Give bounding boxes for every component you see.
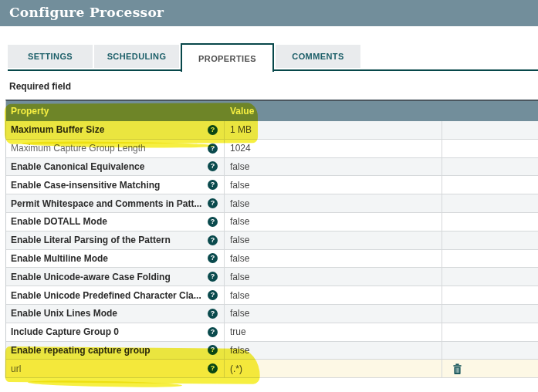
property-value: true	[230, 326, 246, 337]
property-cell: Enable Unicode Predefined Character Cla.…	[6, 286, 225, 304]
table-row[interactable]: Enable Case-insensitive Matching?false	[6, 176, 538, 194]
property-value: false	[230, 345, 249, 356]
property-cell: Maximum Buffer Size?	[6, 121, 225, 139]
property-cell: Enable Unix Lines Mode?	[6, 305, 225, 323]
property-name: Enable DOTALL Mode	[11, 216, 107, 227]
property-cell: Enable DOTALL Mode?	[6, 213, 225, 231]
actions-cell	[442, 323, 538, 341]
actions-cell	[442, 305, 538, 323]
value-cell[interactable]: false	[225, 158, 442, 176]
property-cell: Enable Unicode-aware Case Folding?	[6, 268, 225, 286]
table-row[interactable]: Maximum Buffer Size?1 MB	[6, 121, 538, 140]
table-row[interactable]: Maximum Capture Group Length?1024	[6, 140, 538, 158]
property-name: url	[11, 363, 21, 374]
value-cell[interactable]: 1024	[225, 140, 442, 157]
value-cell[interactable]: false	[225, 268, 442, 286]
help-icon[interactable]: ?	[208, 217, 218, 227]
property-name: Enable Unicode-aware Case Folding	[11, 272, 171, 282]
table-row[interactable]: Permit Whitespace and Comments in Patt..…	[6, 194, 538, 213]
property-name: Enable Multiline Mode	[11, 253, 108, 264]
value-cell[interactable]: false	[225, 213, 442, 231]
value-cell[interactable]: false	[225, 250, 442, 268]
help-icon[interactable]: ?	[208, 144, 218, 154]
table-row[interactable]: Enable Unicode Predefined Character Cla.…	[6, 286, 538, 305]
property-name: Include Capture Group 0	[11, 326, 119, 337]
actions-cell	[442, 121, 538, 139]
help-icon[interactable]: ?	[208, 363, 218, 373]
property-cell: url?	[6, 360, 225, 377]
actions-cell	[442, 250, 538, 268]
property-name: Enable Unix Lines Mode	[11, 308, 117, 319]
property-value: false	[230, 290, 249, 301]
property-name: Enable Canonical Equivalence	[11, 161, 144, 172]
property-value: 1 MB	[230, 124, 252, 135]
table-row[interactable]: Enable repeating capture group?false	[6, 342, 538, 360]
help-icon[interactable]: ?	[208, 309, 218, 319]
table-row[interactable]: Enable Literal Parsing of the Pattern?fa…	[6, 231, 538, 250]
help-icon[interactable]: ?	[208, 198, 218, 208]
dialog-titlebar: Configure Processor	[0, 0, 538, 26]
help-icon[interactable]: ?	[208, 345, 218, 355]
property-value: false	[230, 180, 249, 191]
property-value: false	[230, 216, 249, 227]
help-icon[interactable]: ?	[208, 235, 218, 245]
value-cell[interactable]: false	[225, 286, 442, 304]
property-value: false	[230, 198, 249, 209]
tab-settings[interactable]: SETTINGS	[8, 45, 93, 68]
delete-property-button[interactable]	[452, 363, 462, 374]
tab-comments[interactable]: COMMENTS	[276, 45, 360, 68]
actions-cell	[442, 140, 538, 157]
actions-cell	[442, 268, 538, 286]
properties-table: Property Value Maximum Buffer Size?1 MBM…	[5, 100, 538, 378]
property-value: false	[230, 272, 249, 282]
page-title: Configure Processor	[0, 0, 538, 20]
property-cell: Maximum Capture Group Length?	[6, 140, 225, 157]
table-row[interactable]: url?(.*)	[6, 360, 538, 378]
required-field-note: Required field	[9, 81, 71, 92]
value-cell[interactable]: false	[225, 305, 442, 323]
property-cell: Enable Literal Parsing of the Pattern?	[6, 231, 225, 249]
table-row[interactable]: Enable DOTALL Mode?false	[6, 213, 538, 231]
tab-scheduling[interactable]: SCHEDULING	[94, 45, 179, 68]
table-row[interactable]: Include Capture Group 0?true	[6, 323, 538, 342]
property-name: Enable Literal Parsing of the Pattern	[11, 235, 171, 245]
help-icon[interactable]: ?	[208, 327, 218, 337]
table-row[interactable]: Enable Unicode-aware Case Folding?false	[6, 268, 538, 286]
property-cell: Include Capture Group 0?	[6, 323, 225, 341]
column-header-value: Value	[225, 106, 443, 117]
actions-cell	[442, 360, 538, 377]
property-name: Enable repeating capture group	[11, 345, 151, 356]
highlight-marker-bottom-tail	[28, 380, 182, 388]
tab-bar: SETTINGSSCHEDULINGPROPERTIESCOMMENTS	[8, 43, 362, 72]
property-value: (.*)	[230, 363, 242, 374]
table-header-row: Property Value	[6, 101, 538, 121]
table-row[interactable]: Enable Canonical Equivalence?false	[6, 158, 538, 177]
value-cell[interactable]: (.*)	[225, 360, 442, 377]
value-cell[interactable]: false	[225, 231, 442, 249]
actions-cell	[442, 286, 538, 304]
property-cell: Enable repeating capture group?	[6, 342, 225, 360]
property-value: 1024	[230, 143, 251, 154]
property-name: Maximum Buffer Size	[11, 124, 104, 135]
property-value: false	[230, 235, 249, 245]
tab-properties[interactable]: PROPERTIES	[181, 43, 274, 72]
property-value: false	[230, 161, 249, 172]
actions-cell	[442, 342, 538, 360]
property-cell: Enable Canonical Equivalence?	[6, 158, 225, 176]
help-icon[interactable]: ?	[208, 125, 218, 135]
help-icon[interactable]: ?	[208, 290, 218, 300]
value-cell[interactable]: false	[225, 342, 442, 360]
help-icon[interactable]: ?	[208, 253, 218, 263]
value-cell[interactable]: false	[225, 194, 442, 212]
help-icon[interactable]: ?	[208, 180, 218, 190]
value-cell[interactable]: 1 MB	[225, 121, 442, 139]
table-row[interactable]: Enable Unix Lines Mode?false	[6, 305, 538, 323]
table-row[interactable]: Enable Multiline Mode?false	[6, 250, 538, 269]
actions-cell	[442, 158, 538, 176]
help-icon[interactable]: ?	[208, 272, 218, 282]
property-value: false	[230, 253, 249, 264]
value-cell[interactable]: true	[225, 323, 442, 341]
value-cell[interactable]: false	[225, 176, 442, 194]
actions-cell	[442, 213, 538, 231]
help-icon[interactable]: ?	[208, 161, 218, 171]
